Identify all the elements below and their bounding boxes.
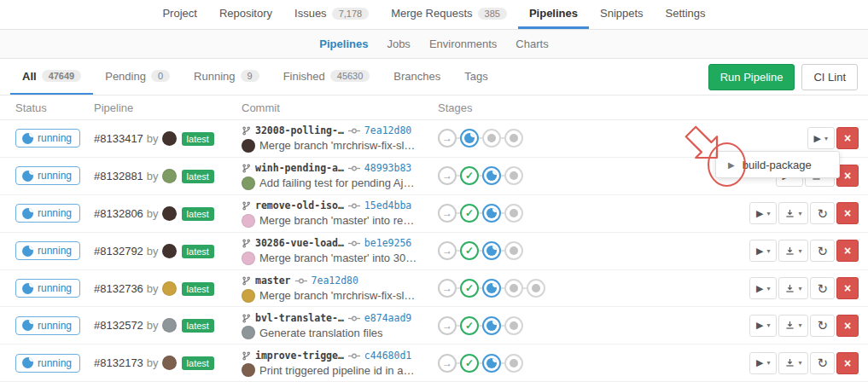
subnav-item-jobs[interactable]: Jobs [377, 38, 419, 50]
stage-created-icon[interactable] [504, 316, 523, 335]
branch-link[interactable]: bvl-translate-… [255, 311, 344, 326]
tab-finished[interactable]: Finished45630 [271, 59, 382, 95]
commit-message-link[interactable]: Merge branch 'master' into 30… [259, 251, 417, 265]
download-artifacts-dropdown-button[interactable]: ▾ [778, 315, 808, 337]
pipeline-id-link[interactable]: #8132736 [94, 282, 143, 295]
cancel-pipeline-button[interactable]: × [836, 277, 859, 299]
commit-message-link[interactable]: Merge branch 'mrchrisw-fix-sl… [259, 288, 415, 303]
stage-skipped-icon[interactable]: → [438, 204, 457, 223]
stage-success-icon[interactable]: ✓ [460, 166, 479, 185]
commit-sha-link[interactable]: be1e9256 [364, 236, 411, 251]
cancel-pipeline-button[interactable]: × [836, 127, 859, 149]
commit-sha-link[interactable]: e874aad9 [364, 311, 411, 326]
ci-lint-button[interactable]: CI Lint [801, 64, 858, 90]
nav-item-pipelines[interactable]: Pipelines [518, 0, 589, 29]
commit-sha-link[interactable]: 7ea12d80 [364, 124, 411, 138]
stage-created-icon[interactable] [504, 279, 523, 298]
retry-pipeline-button[interactable]: ↻ [810, 240, 835, 262]
status-badge[interactable]: running [15, 241, 80, 260]
cancel-pipeline-button[interactable]: × [836, 315, 859, 337]
subnav-item-charts[interactable]: Charts [506, 38, 557, 50]
status-badge[interactable]: running [15, 204, 80, 223]
tab-all[interactable]: All47649 [10, 59, 93, 95]
stage-success-icon[interactable]: ✓ [460, 204, 479, 223]
branch-link[interactable]: remove-old-iso… [255, 199, 344, 213]
stage-success-icon[interactable]: ✓ [460, 354, 479, 373]
stage-created-icon[interactable] [504, 166, 523, 185]
stage-skipped-icon[interactable]: → [438, 279, 457, 298]
download-artifacts-dropdown-button[interactable]: ▾ [778, 277, 808, 299]
nav-item-settings[interactable]: Settings [655, 0, 717, 29]
stage-created-icon[interactable] [527, 279, 545, 298]
branch-link[interactable]: improve-trigge… [255, 349, 344, 363]
branch-link[interactable]: 30286-vue-load… [255, 236, 344, 251]
stage-skipped-icon[interactable]: → [438, 166, 457, 185]
cancel-pipeline-button[interactable]: × [836, 352, 859, 374]
commit-message-link[interactable]: Add failing test for pending Aj… [259, 176, 414, 190]
stage-created-icon[interactable] [504, 354, 523, 373]
stage-created-icon[interactable] [504, 241, 523, 260]
play-dropdown-button[interactable]: ▶▾ [807, 127, 835, 149]
stage-created-icon[interactable] [504, 204, 523, 223]
branch-link[interactable]: master [255, 274, 291, 288]
branch-link[interactable]: winh-pending-a… [255, 161, 344, 176]
commit-sha-link[interactable]: c44680d1 [364, 349, 411, 363]
download-artifacts-dropdown-button[interactable]: ▾ [778, 202, 808, 224]
status-badge[interactable]: running [15, 354, 80, 373]
dropdown-item-build-package[interactable]: ▶ build-package [716, 152, 839, 177]
commit-sha-link[interactable]: 48993b83 [364, 161, 411, 176]
nav-item-issues[interactable]: Issues7,178 [283, 0, 380, 29]
pipeline-id-link[interactable]: #8132173 [94, 356, 143, 369]
nav-item-repository[interactable]: Repository [208, 0, 283, 29]
stage-skipped-icon[interactable]: → [438, 354, 457, 373]
cancel-pipeline-button[interactable]: × [836, 202, 859, 224]
tab-pending[interactable]: Pending0 [93, 59, 182, 95]
commit-sha-link[interactable]: 7ea12d80 [312, 274, 358, 288]
nav-item-merge-requests[interactable]: Merge Requests385 [380, 0, 518, 29]
stage-running-icon[interactable] [482, 354, 501, 373]
play-dropdown-button[interactable]: ▶▾ [749, 202, 777, 224]
pipeline-id-link[interactable]: #8132572 [94, 319, 143, 332]
pipeline-id-link[interactable]: #8132881 [94, 170, 143, 182]
commit-message-link[interactable]: Merge branch 'master' into re… [259, 213, 414, 228]
pipeline-id-link[interactable]: #8133417 [94, 132, 143, 145]
status-badge[interactable]: running [15, 166, 80, 185]
stage-success-icon[interactable]: ✓ [460, 279, 479, 298]
commit-sha-link[interactable]: 15ed4bba [364, 199, 411, 213]
commit-message-link[interactable]: Generate translation files [259, 326, 383, 340]
run-pipeline-button[interactable]: Run Pipeline [708, 64, 795, 90]
play-dropdown-button[interactable]: ▶▾ [749, 315, 777, 337]
play-dropdown-button[interactable]: ▶▾ [749, 240, 777, 262]
retry-pipeline-button[interactable]: ↻ [810, 202, 835, 224]
tab-branches[interactable]: Branches [382, 59, 452, 95]
subnav-item-environments[interactable]: Environments [420, 38, 506, 50]
commit-message-link[interactable]: Print triggered pipeline id in a… [259, 363, 414, 378]
branch-link[interactable]: 32008-polling-… [255, 124, 344, 138]
download-artifacts-dropdown-button[interactable]: ▾ [778, 240, 808, 262]
tab-tags[interactable]: Tags [452, 59, 499, 95]
tab-running[interactable]: Running9 [182, 59, 271, 95]
stage-created-icon[interactable] [504, 129, 523, 148]
retry-pipeline-button[interactable]: ↻ [810, 352, 835, 374]
subnav-item-pipelines[interactable]: Pipelines [310, 38, 377, 50]
pipeline-id-link[interactable]: #8132792 [94, 245, 143, 258]
stage-skipped-icon[interactable]: → [438, 316, 457, 335]
stage-skipped-icon[interactable]: → [438, 241, 457, 260]
status-badge[interactable]: running [15, 279, 80, 298]
stage-running-icon[interactable] [482, 166, 501, 185]
stage-running-icon[interactable] [482, 316, 501, 335]
download-artifacts-dropdown-button[interactable]: ▾ [778, 352, 808, 374]
commit-message-link[interactable]: Merge branch 'mrchrisw-fix-sl… [259, 138, 415, 153]
cancel-pipeline-button[interactable]: × [836, 240, 859, 262]
status-badge[interactable]: running [15, 129, 80, 148]
stage-success-icon[interactable]: ✓ [460, 241, 479, 260]
stage-running-icon[interactable] [482, 279, 501, 298]
play-dropdown-button[interactable]: ▶▾ [749, 277, 777, 299]
retry-pipeline-button[interactable]: ↻ [810, 277, 835, 299]
stage-created-icon[interactable] [482, 129, 501, 148]
stage-running-icon[interactable] [482, 204, 501, 223]
retry-pipeline-button[interactable]: ↻ [810, 315, 835, 337]
pipeline-id-link[interactable]: #8132806 [94, 207, 143, 220]
stage-running-icon[interactable] [482, 241, 501, 260]
stage-running-icon[interactable] [460, 129, 479, 148]
